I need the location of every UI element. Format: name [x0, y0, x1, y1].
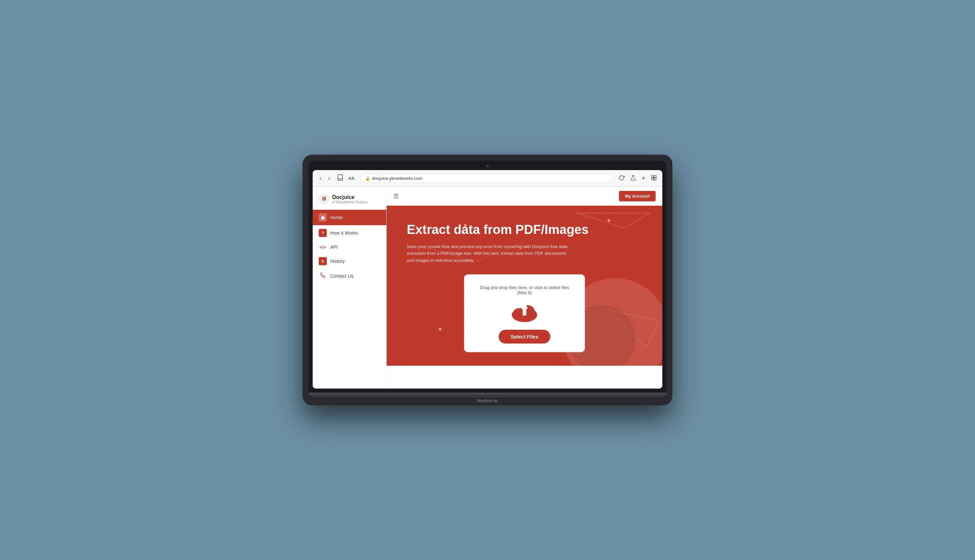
my-account-button[interactable]: My Account [619, 191, 656, 201]
laptop-stand [308, 393, 667, 397]
lock-icon: 🔒 [365, 176, 370, 181]
main-content: ☰ My Account [387, 187, 662, 388]
nav-how-it-works-label: How It Works [330, 230, 358, 236]
camera-dot [486, 165, 489, 167]
hamburger-icon[interactable]: ☰ [393, 193, 399, 200]
browser-nav-buttons: ‹ › [318, 173, 332, 183]
reload-icon[interactable] [618, 175, 625, 182]
hero-title: Extract data from PDF/Images [407, 223, 608, 237]
upload-hint: Drag and drop files here, or click to se… [480, 285, 569, 295]
back-button[interactable]: ‹ [318, 173, 323, 183]
logo-subtitle: A YBrantWorks Product [332, 200, 367, 204]
svg-rect-2 [654, 175, 656, 177]
hero-subtitle: Save your crucial time and prevent any e… [407, 243, 568, 264]
browser-icons-right: + [618, 175, 657, 182]
logo-text-block: Docjuice A YBrantWorks Product [332, 194, 367, 204]
svg-rect-3 [652, 178, 653, 180]
deco-dot-2 [608, 219, 610, 222]
select-files-button[interactable]: Select Files [498, 330, 551, 343]
address-bar[interactable]: 🔒 docjuice.ybrantworks.com [360, 174, 613, 183]
nav-api-label: API [330, 244, 338, 250]
nav-item-how-it-works[interactable]: ? How It Works [313, 225, 386, 241]
history-icon: $ [319, 257, 327, 265]
hero-section: Extract data from PDF/Images Save your c… [387, 206, 662, 366]
nav-contact-us-label: Contact Us [330, 273, 353, 279]
reader-mode-icon[interactable]: AA [348, 176, 355, 181]
nav-item-history[interactable]: $ History [313, 253, 386, 269]
svg-line-8 [624, 213, 650, 228]
api-icon: </> [319, 245, 327, 250]
laptop-frame: ‹ › AA 🔒 docjuice.ybrantworks.co [303, 155, 672, 405]
laptop-foot [308, 393, 667, 395]
bookmarks-icon[interactable] [337, 174, 343, 183]
nav-menu: Home ? How It Works </> API [313, 210, 386, 283]
nav-item-api[interactable]: </> API [313, 241, 386, 253]
forward-button[interactable]: › [327, 173, 332, 183]
screen-bezel: ‹ › AA 🔒 docjuice.ybrantworks.co [308, 161, 667, 393]
home-icon [319, 213, 327, 222]
how-it-works-icon: ? [319, 229, 327, 237]
url-text: docjuice.ybrantworks.com [372, 176, 423, 181]
logo-icon: ⚙ [319, 193, 330, 204]
upload-box[interactable]: Drag and drop files here, or click to se… [464, 274, 585, 352]
macbook-label: MacBook Air [308, 397, 667, 405]
logo-area: ⚙ Docjuice A YBrantWorks Product [313, 187, 386, 210]
top-bar: ☰ My Account [387, 187, 662, 206]
upload-cloud-icon [509, 300, 540, 325]
nav-home-label: Home [330, 215, 343, 220]
app-container: ⚙ Docjuice A YBrantWorks Product [313, 187, 662, 388]
nav-item-home[interactable]: Home [313, 210, 386, 225]
nav-history-label: History [330, 258, 345, 264]
sidebar: ⚙ Docjuice A YBrantWorks Product [313, 187, 387, 388]
tabs-icon[interactable] [651, 175, 657, 182]
svg-rect-1 [652, 175, 653, 177]
svg-rect-4 [654, 178, 656, 180]
svg-text:⚙: ⚙ [322, 196, 327, 202]
logo-title: Docjuice [332, 194, 367, 200]
upload-area-wrapper: Drag and drop files here, or click to se… [407, 274, 642, 352]
browser-icons-left: AA [337, 174, 355, 183]
browser-toolbar: ‹ › AA 🔒 docjuice.ybrantworks.co [313, 170, 662, 187]
browser-window: ‹ › AA 🔒 docjuice.ybrantworks.co [313, 170, 662, 388]
new-tab-icon[interactable]: + [642, 175, 645, 182]
share-icon[interactable] [630, 175, 636, 182]
nav-item-contact-us[interactable]: Contact Us [313, 269, 386, 283]
contact-icon [319, 273, 327, 279]
